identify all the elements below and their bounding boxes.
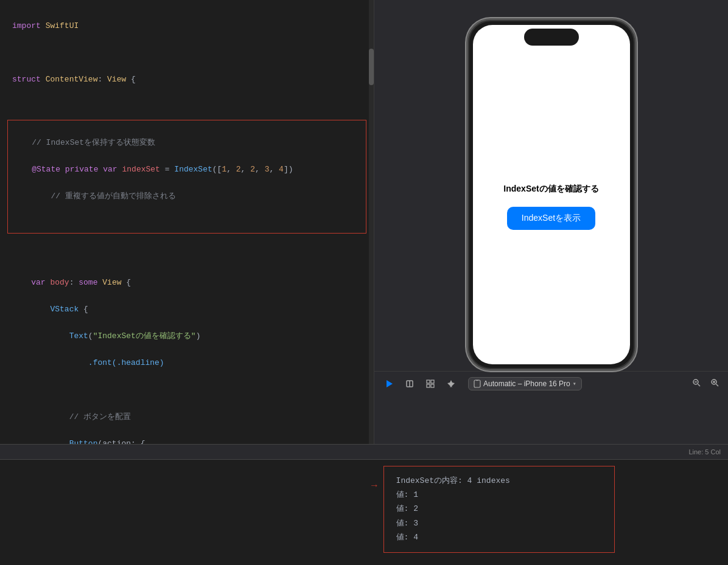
comment3-line: // ボタンを配置 bbox=[12, 411, 362, 424]
scrollbar-thumb[interactable] bbox=[369, 49, 374, 85]
body-line: var body: some View { bbox=[12, 276, 362, 289]
console-arrow-icon: → bbox=[371, 480, 377, 491]
phone-container: IndexSetの値を確認する IndexSetを表示 bbox=[466, 18, 637, 371]
svg-rect-3 bbox=[427, 380, 430, 383]
state-line: @State private var indexSet = IndexSet([… bbox=[13, 163, 361, 176]
phone-content: IndexSetの値を確認する IndexSetを表示 bbox=[503, 184, 598, 230]
code-body: var body: some View { VStack { Text("Ind… bbox=[0, 234, 374, 445]
grid-button[interactable] bbox=[422, 375, 439, 392]
phone-frame: IndexSetの値を確認する IndexSetを表示 bbox=[466, 18, 637, 371]
blank2 bbox=[12, 249, 362, 263]
console-line-2: 値: 1 bbox=[396, 488, 602, 502]
zoom-plus-button[interactable] bbox=[707, 376, 722, 391]
zoom-search-button[interactable] bbox=[689, 376, 704, 391]
code-content: import SwiftUI struct ContentView: View … bbox=[0, 0, 374, 120]
console-line-4: 値: 3 bbox=[396, 516, 602, 530]
preview-panel: IndexSetの値を確認する IndexSetを表示 bbox=[374, 0, 728, 444]
device-selector[interactable]: Automatic – iPhone 16 Pro ▾ bbox=[468, 377, 582, 390]
status-bar: Line: 5 Col bbox=[0, 444, 728, 459]
svg-rect-5 bbox=[427, 384, 430, 387]
code-editor: import SwiftUI struct ContentView: View … bbox=[0, 0, 374, 444]
svg-rect-6 bbox=[431, 384, 434, 387]
dynamic-island bbox=[524, 29, 579, 46]
phone-screen: IndexSetの値を確認する IndexSetを表示 bbox=[473, 25, 630, 364]
button-open-line: Button(action: { bbox=[12, 437, 362, 444]
console-output-box: IndexSetの内容: 4 indexes 値: 1 値: 2 値: 3 値:… bbox=[383, 466, 615, 553]
play-button[interactable] bbox=[380, 375, 397, 392]
struct-line: struct ContentView: View { bbox=[12, 73, 362, 86]
text-line: Text("IndexSetの値を確認する") bbox=[12, 330, 362, 343]
svg-marker-0 bbox=[387, 380, 393, 387]
blank3 bbox=[12, 384, 362, 397]
comment2-line: // 重複する値が自動で排除される bbox=[13, 190, 361, 203]
console-panel: → IndexSetの内容: 4 indexes 値: 1 値: 2 値: 3 … bbox=[0, 459, 728, 565]
console-line-5: 値: 4 bbox=[396, 530, 602, 544]
console-line-3: 値: 2 bbox=[396, 502, 602, 516]
console-content: → IndexSetの内容: 4 indexes 値: 1 値: 2 値: 3 … bbox=[0, 460, 728, 565]
chevron-down-icon: ▾ bbox=[573, 380, 576, 387]
phone-indexset-button[interactable]: IndexSetを表示 bbox=[507, 207, 595, 230]
pin-button[interactable] bbox=[443, 375, 460, 392]
svg-rect-7 bbox=[474, 380, 480, 387]
highlighted-code-block: // IndexSetを保持する状態変数 @State private var … bbox=[13, 123, 361, 231]
device-label: Automatic – iPhone 16 Pro bbox=[483, 380, 570, 388]
svg-line-15 bbox=[716, 384, 719, 386]
scrollbar[interactable] bbox=[369, 0, 374, 444]
import-line: import SwiftUI bbox=[12, 19, 362, 33]
preview-toolbar: Automatic – iPhone 16 Pro ▾ bbox=[374, 371, 728, 395]
svg-line-10 bbox=[698, 384, 701, 386]
console-line-1: IndexSetの内容: 4 indexes bbox=[396, 474, 602, 488]
phone-app-title: IndexSetの値を確認する bbox=[503, 184, 598, 195]
line-col-status: Line: 5 Col bbox=[688, 448, 721, 456]
inspect-button[interactable] bbox=[401, 375, 418, 392]
comment1-line: // IndexSetを保持する状態変数 bbox=[13, 136, 361, 150]
blank-line bbox=[12, 46, 362, 60]
svg-rect-4 bbox=[431, 380, 434, 383]
font-line: .font(.headline) bbox=[12, 356, 362, 370]
vstack-open: VStack { bbox=[12, 303, 362, 316]
